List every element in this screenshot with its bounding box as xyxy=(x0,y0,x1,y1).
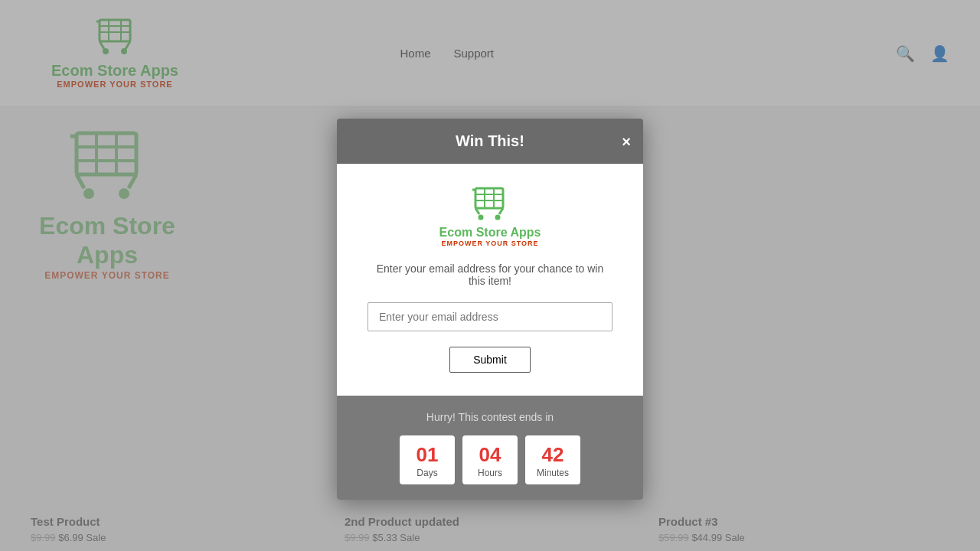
modal-cart-icon xyxy=(471,187,509,225)
countdown-minutes-value: 42 xyxy=(542,445,564,465)
countdown-days-label: Days xyxy=(416,468,437,478)
modal-title: Win This! xyxy=(456,132,524,150)
modal-logo-tagline: EMPOWER YOUR STORE xyxy=(441,240,538,247)
countdown-days: 01 Days xyxy=(400,435,455,484)
email-input[interactable] xyxy=(368,302,612,331)
countdown-hours-value: 04 xyxy=(479,445,501,465)
modal-body: Ecom Store Apps EMPOWER YOUR STORE Enter… xyxy=(337,164,643,396)
countdown-days-value: 01 xyxy=(416,445,439,465)
modal-header: Win This! × xyxy=(337,119,643,164)
modal-description: Enter your email address for your chance… xyxy=(368,262,612,287)
svg-rect-20 xyxy=(475,188,503,208)
svg-point-28 xyxy=(478,215,483,220)
countdown-hours-label: Hours xyxy=(478,468,502,478)
modal-logo: Ecom Store Apps EMPOWER YOUR STORE xyxy=(439,187,541,247)
modal: Win This! × Ecom Store Apps xyxy=(337,119,643,500)
modal-close-button[interactable]: × xyxy=(622,134,631,149)
submit-button[interactable]: Submit xyxy=(449,347,531,373)
svg-point-29 xyxy=(495,215,500,220)
hurry-text: Hurry! This contest ends in xyxy=(426,411,554,423)
modal-logo-text: Ecom Store Apps xyxy=(439,225,541,240)
modal-footer: Hurry! This contest ends in 01 Days 04 H… xyxy=(337,396,643,500)
countdown-minutes: 42 Minutes xyxy=(525,435,580,484)
countdown-hours: 04 Hours xyxy=(462,435,518,484)
countdown-minutes-label: Minutes xyxy=(537,468,569,478)
countdown: 01 Days 04 Hours 42 Minutes xyxy=(400,435,580,484)
